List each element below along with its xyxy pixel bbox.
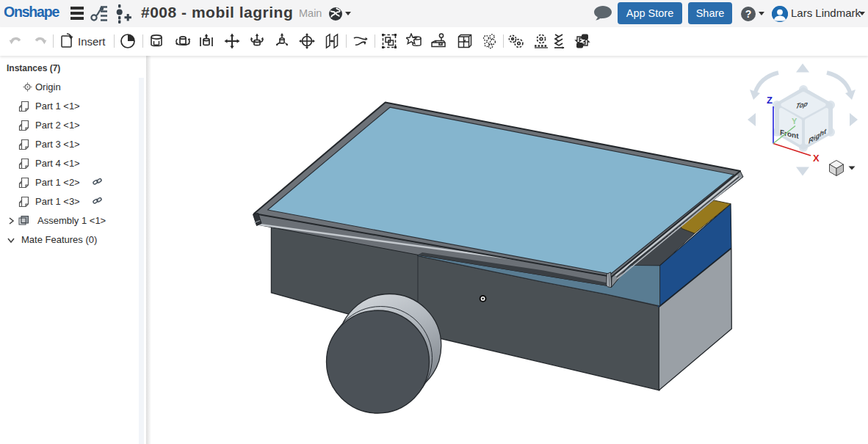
svg-text:Y: Y [792,117,798,125]
svg-text:Z: Z [767,95,773,106]
svg-text:X: X [813,153,820,164]
